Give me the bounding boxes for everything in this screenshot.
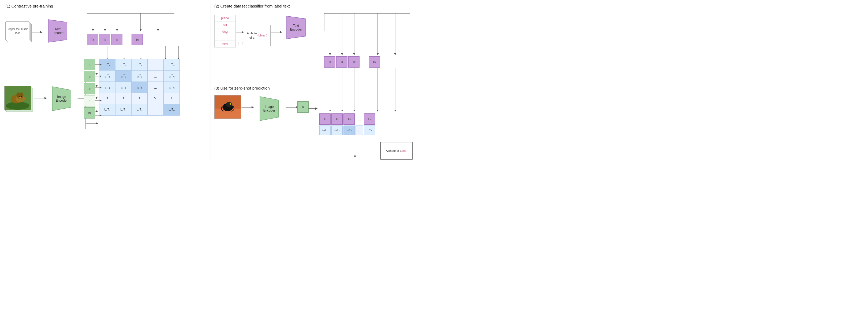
arrows-tvectors-to-matrix	[99, 46, 182, 61]
svg-marker-40	[287, 16, 305, 39]
text-encoder: TextEncoder	[43, 18, 72, 44]
right-image-encoder-shape	[253, 95, 285, 122]
res-cell-N: I1·TN	[364, 125, 375, 135]
label-dots: ⋮	[215, 35, 236, 41]
dog-image	[5, 86, 31, 110]
right-t3-cell: T3	[348, 56, 360, 67]
matrix-row-4: ⋮ ⋮ ⋮ ⋱ ⋮	[99, 93, 180, 104]
res-tN: TN	[364, 113, 375, 125]
cell-2-0: I3·T1	[99, 82, 116, 93]
res-t1: T1	[319, 113, 331, 125]
template-box: A photo of a {object}.	[244, 25, 271, 46]
t-vector-row: T1 T2 T3 ... TN	[87, 34, 143, 45]
diagram-container: (1) Contrastive pre-training Pepper the …	[0, 0, 434, 162]
right-text-encoder: TextEncoder	[281, 15, 311, 40]
arrow-i1-to-matrix-row	[309, 106, 319, 111]
cell-4-4: IN·TN	[164, 104, 180, 116]
cell-0-4: I1·TN	[164, 59, 180, 70]
cell-4-3: ...	[148, 104, 164, 116]
zeroshot-image	[214, 95, 241, 119]
res-t2: T2	[331, 113, 343, 125]
cell-1-0: I2·T1	[99, 70, 116, 82]
svg-point-16	[19, 96, 20, 97]
right-image-encoder: ImageEncoder	[253, 95, 285, 122]
cell-0-0: I1·T1	[99, 59, 116, 70]
right-title-1: (2) Create dataset classifier from label…	[214, 4, 290, 8]
cell-1-2: I2·T3	[131, 70, 148, 82]
similarity-matrix: I1·T1 I1·T2 I1·T3 ... I1·TN I2·T1 I2·T2 …	[99, 59, 180, 116]
matrix-table: I1·T1 I1·T2 I1·T3 ... I1·TN I2·T1 I2·T2 …	[99, 59, 180, 116]
bird-image	[215, 95, 241, 119]
cell-4-1: IN·T2	[116, 104, 131, 116]
arrow-text-input-to-encoder	[31, 29, 44, 35]
svg-point-17	[21, 96, 22, 97]
single-i1-cell: I1	[298, 101, 309, 113]
text-input-label: Pepper the aussie pup	[6, 27, 29, 34]
svg-marker-1	[48, 20, 67, 42]
res-cell-2-highlight: I1·T3	[343, 125, 355, 135]
i3-cell: I3	[84, 83, 95, 94]
right-title-2: (3) Use for zero-shot prediction	[214, 86, 270, 90]
cell-2-1: I3·T2	[116, 82, 131, 93]
matrix-row-5: IN·T1 IN·T2 IN·T3 ... IN·TN	[99, 104, 180, 116]
i1-cell: I1	[84, 59, 95, 70]
label-list-dots: ⋮ ⋮	[237, 41, 244, 45]
res-t3: T3	[343, 113, 355, 125]
result-dog-word: dog	[402, 149, 406, 153]
cell-3-2: ⋮	[131, 93, 148, 104]
arrows-tvectors-to-result-row	[324, 68, 418, 113]
matrix-row-3: I3·T1 I3·T2 I3·T3 ... I3·TN	[99, 82, 180, 93]
result-box: A photo of a dog.	[380, 142, 412, 159]
res-cell-dots: ...	[355, 125, 363, 135]
cell-3-0: ⋮	[99, 93, 116, 104]
image-input-stack	[4, 86, 34, 113]
img-page-1	[4, 86, 31, 110]
cell-2-2: I3·T3	[131, 82, 148, 93]
cell-3-3: ⋱	[148, 93, 164, 104]
arrows-encoder-to-tvectors	[87, 11, 181, 35]
matrix-row-1: I1·T1 I1·T2 I1·T3 ... I1·TN	[99, 59, 180, 70]
right-text-encoder-shape	[281, 15, 311, 40]
label-bird: bird	[215, 41, 236, 47]
svg-point-51	[226, 102, 232, 107]
res-cell-0: I1·T1	[319, 125, 331, 135]
label-car: car	[215, 22, 236, 28]
cell-2-4: I3·TN	[164, 82, 180, 93]
svg-marker-20	[52, 87, 71, 111]
right-tN-cell: TN	[369, 56, 380, 67]
result-product-row: I1·T1 I1·T2 I1·T3 ... I1·TN	[319, 125, 375, 135]
res-t-dots: ...	[355, 113, 363, 125]
label-plane: plane	[215, 15, 236, 22]
image-encoder-shape	[45, 85, 78, 112]
cell-4-2: IN·T3	[131, 104, 148, 116]
right-section: (2) Create dataset classifier from label…	[212, 0, 434, 162]
arrows-right-encoder-to-tvectors	[324, 11, 418, 59]
template-object: {object}	[257, 33, 267, 38]
tN-cell: TN	[131, 34, 143, 45]
svg-marker-54	[260, 96, 279, 121]
cell-1-1: I2·T2	[116, 70, 131, 82]
label-dog: dog	[215, 28, 236, 35]
encoder-output-dots: ...	[314, 31, 319, 35]
result-matrix-row-container: T1 T2 T3 ... TN I1·T1 I1·T2 I1·T3 ... I1…	[319, 113, 375, 135]
right-t-vector-row: T1 T2 T3 ... TN	[324, 56, 380, 67]
svg-point-18	[19, 97, 22, 98]
right-t2-cell: T2	[336, 56, 347, 67]
cell-2-3: ...	[148, 82, 164, 93]
right-t-dots: ...	[360, 56, 368, 67]
text-encoder-shape	[43, 18, 72, 44]
label-list: plane car dog ⋮ bird	[214, 15, 236, 48]
cell-1-3: ...	[148, 70, 164, 82]
result-t-row: T1 T2 T3 ... TN	[319, 113, 375, 125]
t2-cell: T2	[99, 34, 111, 45]
cell-1-4: I2·TN	[164, 70, 180, 82]
cell-0-1: I1·T2	[116, 59, 131, 70]
left-section: (1) Contrastive pre-training Pepper the …	[0, 0, 212, 162]
right-t1-cell: T1	[324, 56, 335, 67]
i-vector-col: I1 I2 I3 ⋮ IN	[84, 59, 95, 119]
iN-cell: IN	[84, 107, 95, 119]
cell-3-1: ⋮	[116, 93, 131, 104]
cell-4-0: IN·T1	[99, 104, 116, 116]
i2-cell: I2	[84, 71, 95, 82]
cell-0-2: I1·T3	[131, 59, 148, 70]
